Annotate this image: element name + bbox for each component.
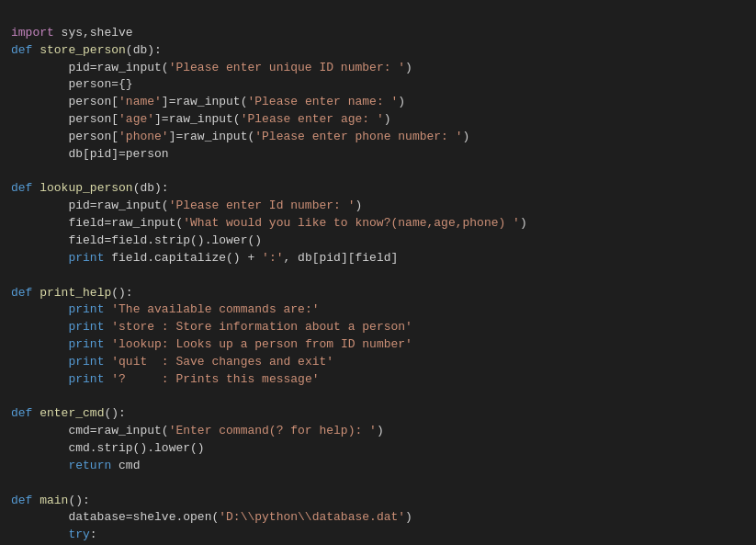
line-2: def store_person(db): xyxy=(11,43,162,57)
line-19: print 'lookup: Looks up a person from ID… xyxy=(11,337,412,351)
line-15 xyxy=(11,268,18,282)
line-28: def main(): xyxy=(11,494,90,507)
line-3: pid=raw_input('Please enter unique ID nu… xyxy=(11,61,412,74)
code-editor: import sys,shelve def store_person(db): … xyxy=(11,7,746,545)
line-24: cmd=raw_input('Enter command(? for help)… xyxy=(11,424,384,437)
line-9 xyxy=(11,165,18,178)
line-8: db[pid]=person xyxy=(11,147,169,161)
line-30: try: xyxy=(11,528,97,541)
line-27 xyxy=(11,476,18,490)
line-26: return cmd xyxy=(11,459,140,472)
line-13: field=field.strip().lower() xyxy=(11,233,262,247)
line-18: print 'store : Store information about a… xyxy=(11,320,412,334)
line-4: person={} xyxy=(11,77,133,91)
line-17: print 'The available commands are:' xyxy=(11,302,320,316)
line-6: person['age']=raw_input('Please enter ag… xyxy=(11,112,391,126)
line-21: print '? : Prints this message' xyxy=(11,372,320,386)
line-5: person['name']=raw_input('Please enter n… xyxy=(11,95,405,108)
line-22 xyxy=(11,390,18,403)
line-7: person['phone']=raw_input('Please enter … xyxy=(11,130,469,143)
line-16: def print_help(): xyxy=(11,286,133,300)
line-29: database=shelve.open('D:\\python\\databa… xyxy=(11,510,412,524)
line-25: cmd.strip().lower() xyxy=(11,441,205,455)
line-11: pid=raw_input('Please enter Id number: '… xyxy=(11,199,362,212)
line-12: field=raw_input('What would you like to … xyxy=(11,216,527,230)
line-10: def lookup_person(db): xyxy=(11,181,169,195)
line-14: print field.capitalize() + ':', db[pid][… xyxy=(11,251,398,265)
line-1: import sys,shelve xyxy=(11,26,133,40)
line-23: def enter_cmd(): xyxy=(11,406,126,420)
line-20: print 'quit : Save changes and exit' xyxy=(11,355,333,369)
